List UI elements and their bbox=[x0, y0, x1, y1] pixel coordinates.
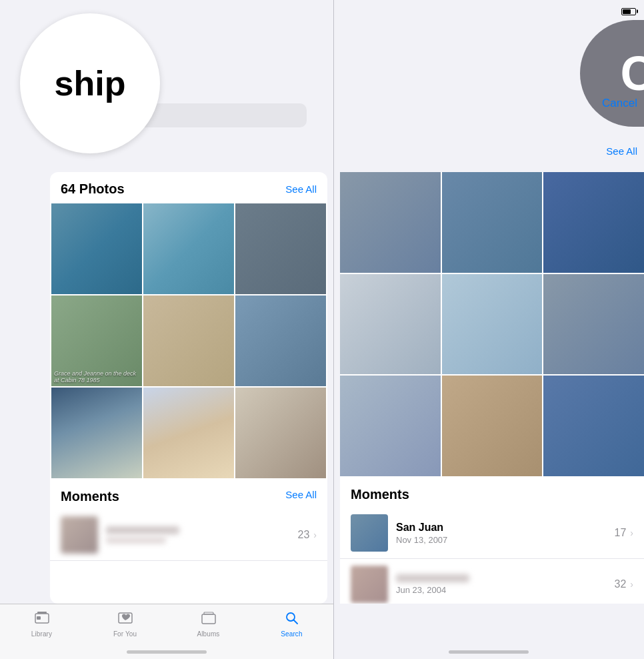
moment-date bbox=[106, 537, 166, 544]
see-all-top[interactable]: See All bbox=[606, 145, 637, 157]
tab-label-search-left: Search bbox=[281, 630, 302, 638]
ship-bubble-text: ship bbox=[55, 63, 126, 103]
photo-overlay-text: Grace and Jeanne on the deck at Cabin 78… bbox=[54, 370, 142, 384]
right-moments-header: Moments bbox=[340, 476, 644, 508]
photo-cell[interactable] bbox=[143, 295, 234, 386]
photos-see-all[interactable]: See All bbox=[285, 183, 317, 195]
tab-label-for-you-left: For You bbox=[113, 630, 137, 638]
moment-info-san-juan: San Juan Nov 13, 2007 bbox=[396, 522, 615, 545]
svg-rect-2 bbox=[37, 616, 41, 620]
cruise-cell[interactable] bbox=[442, 274, 543, 375]
moment-row-jun-2004[interactable]: Jun 23, 2004 32 › bbox=[340, 559, 644, 604]
battery-icon bbox=[621, 8, 636, 15]
tab-search-left[interactable]: Search bbox=[250, 611, 333, 638]
tab-label-albums-left: Albums bbox=[197, 630, 220, 638]
moment-count-jun-2004: 32 bbox=[615, 578, 627, 590]
cruise-bubble-text: Cruise Ship bbox=[620, 46, 644, 101]
photo-cell[interactable] bbox=[235, 388, 326, 478]
cruise-cell[interactable] bbox=[442, 376, 543, 476]
moment-row-san-juan[interactable]: San Juan Nov 13, 2007 17 › bbox=[340, 508, 644, 559]
see-all-top-label[interactable]: See All bbox=[606, 145, 637, 157]
photo-grid: Grace and Jeanne on the deck at Cabin 78… bbox=[50, 203, 327, 478]
moment-row-left[interactable]: 23 › bbox=[50, 510, 327, 561]
home-indicator-right bbox=[449, 650, 529, 654]
moments-see-all-left[interactable]: See All bbox=[285, 489, 317, 500]
library-icon bbox=[35, 611, 49, 628]
for-you-icon bbox=[118, 611, 133, 628]
moment-count-san-juan: 17 bbox=[615, 527, 627, 539]
moment-thumb-san-juan bbox=[351, 514, 388, 552]
moment-title bbox=[106, 526, 179, 534]
right-content-panel: Moments San Juan Nov 13, 2007 17 › Jun 2… bbox=[340, 172, 644, 604]
moment-count: 23 bbox=[298, 529, 310, 541]
home-indicator-left bbox=[127, 650, 207, 654]
cruise-cell[interactable] bbox=[543, 274, 644, 375]
chevron-right-icon-1: › bbox=[630, 528, 633, 538]
right-moments-label: Moments bbox=[351, 487, 409, 502]
cruise-photo-grid bbox=[340, 172, 644, 476]
photo-cell[interactable] bbox=[235, 203, 326, 294]
moment-title-jun-2004 bbox=[396, 574, 469, 582]
chevron-right-icon: › bbox=[313, 530, 317, 540]
photos-header: 64 Photos See All bbox=[50, 172, 327, 203]
phone-separator bbox=[333, 0, 334, 659]
photo-cell[interactable]: Grace and Jeanne on the deck at Cabin 78… bbox=[51, 295, 142, 386]
cruise-cell[interactable] bbox=[340, 376, 441, 476]
albums-icon bbox=[201, 611, 216, 628]
moment-thumb-jun-2004 bbox=[351, 566, 388, 603]
photo-cell[interactable] bbox=[235, 295, 326, 386]
chevron-right-icon-2: › bbox=[630, 579, 633, 590]
tab-for-you-left[interactable]: For You bbox=[83, 611, 167, 638]
photo-cell[interactable] bbox=[51, 203, 142, 294]
cruise-cell[interactable] bbox=[340, 172, 441, 273]
moment-title-san-juan: San Juan bbox=[396, 522, 615, 534]
photos-count: 64 Photos bbox=[61, 181, 125, 197]
svg-rect-5 bbox=[204, 612, 213, 614]
cancel-button[interactable]: Cancel bbox=[602, 97, 637, 109]
status-bar bbox=[621, 7, 636, 15]
cruise-search-bubble[interactable]: Cruise Ship bbox=[580, 20, 644, 127]
tab-library-left[interactable]: Library bbox=[0, 611, 83, 638]
tab-albums-left[interactable]: Albums bbox=[167, 611, 250, 638]
left-moments-header: See All Moments bbox=[50, 478, 327, 510]
svg-rect-4 bbox=[202, 614, 215, 624]
left-content-panel: 64 Photos See All Grace and Jeanne on th… bbox=[50, 172, 327, 604]
tab-label-library-left: Library bbox=[31, 630, 52, 638]
left-phone: ship 🔍 Search 64 Photos See All Gra bbox=[0, 0, 333, 659]
photo-cell[interactable] bbox=[143, 388, 234, 478]
moment-thumb bbox=[61, 516, 98, 554]
moment-date-jun-2004: Jun 23, 2004 bbox=[396, 585, 615, 595]
ship-search-bubble[interactable]: ship bbox=[20, 13, 160, 153]
moment-info-jun-2004: Jun 23, 2004 bbox=[396, 574, 615, 595]
svg-line-7 bbox=[293, 620, 297, 624]
cruise-cell[interactable] bbox=[340, 274, 441, 375]
moment-date-san-juan: Nov 13, 2007 bbox=[396, 535, 615, 545]
search-tab-icon bbox=[285, 611, 299, 628]
photo-cell[interactable] bbox=[143, 203, 234, 294]
cruise-cell[interactable] bbox=[543, 376, 644, 476]
cancel-button-area[interactable]: Cancel bbox=[602, 97, 637, 110]
svg-rect-1 bbox=[37, 612, 47, 614]
cruise-cell[interactable] bbox=[543, 172, 644, 273]
left-moments-label: Moments bbox=[61, 489, 119, 504]
cruise-cell[interactable] bbox=[442, 172, 543, 273]
photo-cell[interactable] bbox=[51, 388, 142, 478]
moment-info bbox=[106, 526, 298, 544]
right-phone: Cruise Ship Cancel See All 🔍 Cruise Ship… bbox=[333, 0, 644, 659]
